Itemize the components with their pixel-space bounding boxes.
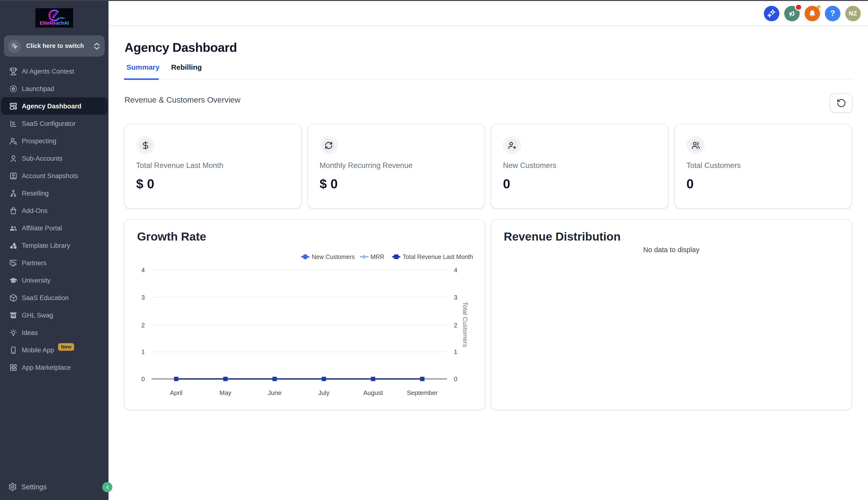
svg-text:2: 2 xyxy=(454,322,457,329)
svg-text:July: July xyxy=(318,389,330,396)
svg-text:August: August xyxy=(363,389,383,396)
svg-text:1: 1 xyxy=(142,348,145,355)
svg-text:3: 3 xyxy=(142,294,145,301)
svg-text:May: May xyxy=(220,389,231,396)
svg-text:Total Revenue Last Month: Total Revenue Last Month xyxy=(403,253,473,260)
svg-text:June: June xyxy=(268,389,281,396)
svg-text:4: 4 xyxy=(142,266,145,274)
svg-text:MRR: MRR xyxy=(370,253,385,260)
svg-text:New Customers: New Customers xyxy=(312,253,355,260)
svg-text:2: 2 xyxy=(142,322,145,329)
svg-text:September: September xyxy=(407,389,438,396)
svg-text:4: 4 xyxy=(454,266,457,274)
svg-text:0: 0 xyxy=(454,375,457,383)
svg-text:EliteReachAI: EliteReachAI xyxy=(40,20,69,26)
svg-text:0: 0 xyxy=(142,375,145,383)
svg-text:April: April xyxy=(170,389,182,396)
svg-text:Total Customers: Total Customers xyxy=(461,302,469,347)
svg-text:3: 3 xyxy=(454,294,457,301)
svg-text:1: 1 xyxy=(454,348,457,355)
